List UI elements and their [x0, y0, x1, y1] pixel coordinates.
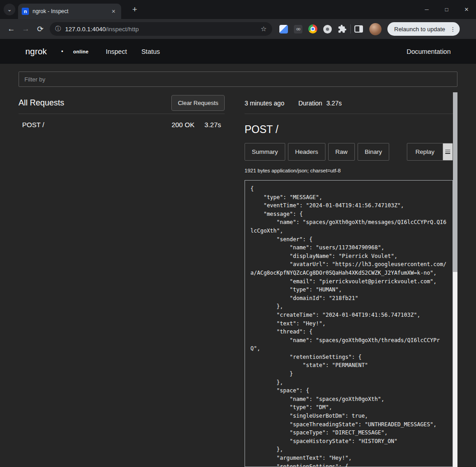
- tab-title: ngrok - Inspect: [33, 8, 106, 14]
- request-method-path: POST /: [22, 121, 44, 129]
- extension-icons: oo: [279, 24, 347, 33]
- panel-scrollbar[interactable]: [453, 92, 457, 467]
- url-text: 127.0.0.1:4040/inspect/http: [65, 26, 257, 33]
- status-dot-icon: •: [61, 48, 63, 55]
- back-button[interactable]: ←: [4, 22, 19, 36]
- request-detail-panel: 3 minutes ago Duration 3.27s POST / Summ…: [245, 92, 457, 467]
- all-requests-title: All Requests: [19, 98, 64, 108]
- time-ago: 3 minutes ago: [245, 100, 284, 107]
- nav-item-documentation[interactable]: Documentation: [406, 48, 451, 55]
- request-status: 200 OK: [171, 121, 194, 129]
- request-duration: 3.27s: [204, 121, 221, 129]
- online-status: online: [73, 49, 89, 54]
- replay-menu-button[interactable]: [443, 143, 453, 161]
- relaunch-label: Relaunch to update: [394, 26, 445, 33]
- replay-group: Replay: [407, 143, 453, 161]
- chevron-down-icon: ⌄: [7, 6, 12, 13]
- duration-value: 3.27s: [326, 100, 342, 107]
- body-meta: 1921 bytes application/json; charset=utf…: [245, 168, 453, 173]
- window-controls: ─ □ ✕: [424, 0, 470, 19]
- new-tab-button[interactable]: +: [129, 4, 140, 15]
- extension-icon-3[interactable]: [323, 25, 332, 33]
- profile-avatar[interactable]: [369, 23, 382, 35]
- extension-icon-1[interactable]: [279, 25, 288, 33]
- scrollbar-thumb[interactable]: [453, 92, 457, 272]
- detail-tabs: Summary Headers Raw Binary Replay: [245, 143, 453, 161]
- request-row[interactable]: POST / 200 OK 3.27s: [19, 114, 225, 135]
- detail-title: POST /: [245, 124, 453, 136]
- url-path: /inspect/http: [106, 26, 139, 33]
- ngrok-header: ngrok • online Inspect Status Documentat…: [0, 39, 476, 64]
- reload-button[interactable]: ⟳: [33, 22, 47, 36]
- replay-button[interactable]: Replay: [407, 143, 443, 161]
- duration-label: Duration: [298, 100, 322, 107]
- address-bar[interactable]: ⓘ 127.0.0.1:4040/inspect/http ☆: [50, 22, 272, 36]
- forward-button: →: [19, 22, 33, 36]
- inspect-page: All Requests Clear Requests POST / 200 O…: [0, 64, 476, 467]
- browser-menu-kebab-icon[interactable]: ⋮: [448, 26, 458, 33]
- browser-tab[interactable]: n ngrok - Inspect ✕: [18, 4, 121, 19]
- main-row: All Requests Clear Requests POST / 200 O…: [19, 92, 457, 467]
- tab-binary[interactable]: Binary: [358, 143, 389, 161]
- browser-toolbar: ← → ⟳ ⓘ 127.0.0.1:4040/inspect/http ☆ oo…: [0, 19, 476, 39]
- window-close-button[interactable]: ✕: [463, 6, 470, 13]
- relaunch-to-update-button[interactable]: Relaunch to update ⋮: [387, 22, 460, 36]
- extensions-puzzle-icon[interactable]: [338, 24, 347, 33]
- url-host: 127.0.0.1:4040: [65, 26, 106, 33]
- bookmark-star-icon[interactable]: ☆: [261, 25, 267, 33]
- minimize-button[interactable]: ─: [424, 6, 430, 13]
- side-panel-icon[interactable]: [354, 25, 363, 33]
- tab-headers[interactable]: Headers: [288, 143, 325, 161]
- tab-summary[interactable]: Summary: [245, 143, 285, 161]
- toolbar-divider: [350, 24, 351, 33]
- response-body-block: { "type": "MESSAGE", "eventTime": "2024-…: [245, 180, 453, 467]
- extension-icon-2[interactable]: oo: [294, 25, 302, 33]
- tab-raw[interactable]: Raw: [328, 143, 355, 161]
- detail-header: 3 minutes ago Duration 3.27s: [245, 92, 453, 114]
- browser-titlebar: ⌄ n ngrok - Inspect ✕ + ─ □ ✕: [0, 0, 476, 19]
- request-detail-inner: 3 minutes ago Duration 3.27s POST / Summ…: [245, 92, 453, 467]
- nav-item-inspect[interactable]: Inspect: [106, 48, 127, 55]
- ngrok-logo[interactable]: ngrok: [25, 47, 47, 57]
- tab-close-icon[interactable]: ✕: [109, 7, 118, 15]
- ngrok-favicon-icon: n: [22, 8, 29, 15]
- json-body: { "type": "MESSAGE", "eventTime": "2024-…: [250, 185, 447, 467]
- nav-item-status[interactable]: Status: [141, 48, 160, 55]
- clear-requests-button[interactable]: Clear Requests: [171, 95, 225, 111]
- request-list-header: All Requests Clear Requests: [19, 92, 225, 114]
- maximize-button[interactable]: □: [443, 6, 450, 13]
- tab-search-button[interactable]: ⌄: [4, 4, 15, 15]
- filter-input[interactable]: [19, 71, 457, 87]
- site-info-icon[interactable]: ⓘ: [55, 25, 61, 33]
- request-list-panel: All Requests Clear Requests POST / 200 O…: [19, 92, 225, 467]
- chrome-logo-icon[interactable]: [308, 24, 317, 33]
- hamburger-icon: [445, 150, 450, 154]
